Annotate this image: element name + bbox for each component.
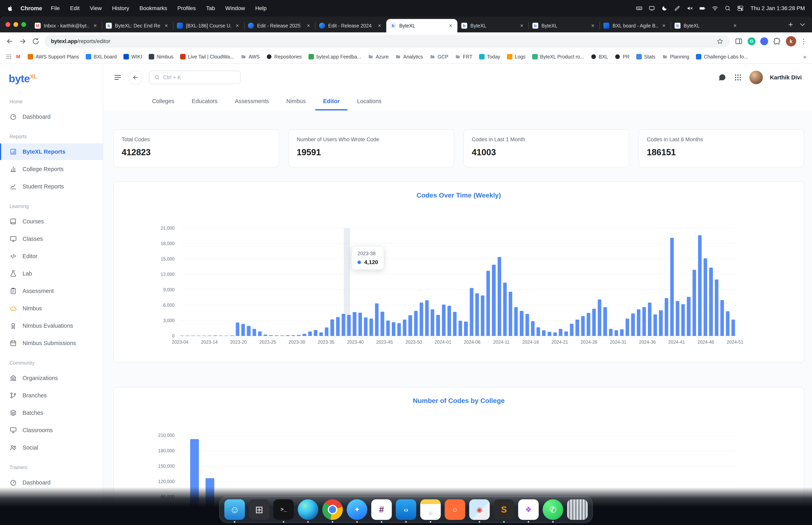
- menu-history[interactable]: History: [112, 5, 129, 12]
- finder-dock-icon[interactable]: ☺: [224, 499, 245, 520]
- tab-close-icon[interactable]: ×: [234, 22, 240, 29]
- bar[interactable]: [375, 303, 379, 336]
- bookmark-nimbus[interactable]: Nimbus: [149, 54, 173, 60]
- tab-close-icon[interactable]: ×: [164, 22, 169, 29]
- battery-icon[interactable]: [699, 5, 706, 12]
- bytexl-logo[interactable]: byteXL: [0, 68, 103, 91]
- bar[interactable]: [642, 307, 646, 336]
- bar[interactable]: [704, 258, 707, 336]
- sidebar-item-classrooms[interactable]: Classrooms: [0, 422, 103, 438]
- sidebar-item-branches[interactable]: Branches: [0, 387, 103, 404]
- bookmark-live-tail-cloudwa[interactable]: Live Tail | CloudWa...: [180, 54, 234, 60]
- apple-menu-icon[interactable]: [7, 4, 13, 12]
- bar[interactable]: [197, 335, 200, 336]
- zoom-window-button[interactable]: [21, 22, 26, 27]
- bar[interactable]: [537, 327, 540, 336]
- bar[interactable]: [631, 313, 635, 336]
- bar[interactable]: [603, 307, 607, 336]
- search-icon[interactable]: [724, 5, 731, 12]
- bar[interactable]: [414, 311, 418, 336]
- menu-tab[interactable]: Tab: [206, 5, 215, 12]
- bar[interactable]: [291, 335, 295, 336]
- bar[interactable]: [314, 330, 317, 336]
- bar[interactable]: [587, 313, 590, 336]
- bar[interactable]: [687, 297, 690, 336]
- whatsapp-dock-icon[interactable]: ✆: [543, 499, 563, 520]
- bar[interactable]: [720, 300, 724, 336]
- bookmarks-overflow-icon[interactable]: »: [803, 53, 807, 60]
- bar[interactable]: [364, 317, 367, 336]
- extension-icon[interactable]: [760, 38, 768, 45]
- tab-close-icon[interactable]: ×: [519, 22, 524, 29]
- bar[interactable]: [236, 322, 239, 336]
- bar[interactable]: [447, 306, 451, 336]
- bookmark-gmail[interactable]: M: [15, 54, 21, 59]
- bar[interactable]: [431, 309, 434, 336]
- bookmark-logs[interactable]: Logs: [507, 54, 525, 60]
- menu-bookmarks[interactable]: Bookmarks: [139, 5, 167, 12]
- bar[interactable]: [676, 301, 679, 336]
- tab-close-icon[interactable]: ×: [448, 22, 454, 29]
- global-search-input[interactable]: Ctrl + K: [149, 71, 241, 84]
- bar[interactable]: [509, 292, 512, 336]
- bar[interactable]: [698, 235, 702, 336]
- bar[interactable]: [598, 299, 601, 336]
- browser-tab[interactable]: bByteXL×: [671, 19, 742, 32]
- tab-close-icon[interactable]: ×: [732, 22, 738, 29]
- collapse-menu-icon[interactable]: [113, 73, 122, 82]
- bar[interactable]: [308, 331, 312, 336]
- control-center-icon[interactable]: [737, 5, 744, 12]
- bar[interactable]: [648, 303, 652, 336]
- bookmark-planning[interactable]: Planning: [662, 54, 689, 60]
- tab-close-icon[interactable]: ×: [306, 22, 311, 29]
- bar[interactable]: [369, 319, 373, 336]
- bookmark-challenge-labs-fo[interactable]: Challenge-Labs fo...: [696, 54, 748, 60]
- browser-tab[interactable]: BXL board - Agile B...×: [599, 19, 671, 32]
- bar[interactable]: [654, 314, 657, 336]
- bar[interactable]: [470, 288, 473, 336]
- bookmark-wiki[interactable]: WIKI: [123, 54, 142, 60]
- bar[interactable]: [709, 268, 713, 336]
- bar[interactable]: [208, 335, 212, 336]
- bar[interactable]: [497, 257, 501, 336]
- bar[interactable]: [542, 330, 546, 336]
- bar[interactable]: [331, 319, 334, 336]
- sidebar-item-lab[interactable]: Lab: [0, 265, 103, 282]
- bookmark-analytics[interactable]: Analytics: [395, 54, 423, 60]
- minimize-window-button[interactable]: [13, 22, 18, 27]
- bar[interactable]: [442, 304, 445, 336]
- bar[interactable]: [436, 315, 440, 336]
- bar[interactable]: [225, 335, 228, 336]
- back-icon[interactable]: [5, 37, 14, 45]
- bar[interactable]: [297, 335, 301, 336]
- sidebar-item-dashboard[interactable]: Dashboard: [0, 108, 103, 125]
- bar[interactable]: [353, 312, 356, 336]
- bar[interactable]: [347, 315, 351, 336]
- tab-colleges[interactable]: Colleges: [144, 94, 182, 110]
- bar[interactable]: [202, 335, 206, 336]
- bar[interactable]: [252, 329, 256, 336]
- bar[interactable]: [264, 334, 267, 336]
- bar[interactable]: [425, 300, 429, 336]
- browser-tab[interactable]: bByteXL×: [386, 19, 457, 32]
- bar[interactable]: [325, 328, 328, 336]
- bar[interactable]: [408, 315, 412, 336]
- support-chat-icon[interactable]: [718, 73, 726, 82]
- sidebar-item-organizations[interactable]: Organizations: [0, 370, 103, 386]
- sidebar-item-nimbus-evaluations[interactable]: Nimbus Evaluations: [0, 317, 103, 334]
- bar[interactable]: [275, 335, 278, 336]
- bar[interactable]: [191, 335, 195, 336]
- display-icon[interactable]: [648, 5, 655, 12]
- bar[interactable]: [336, 317, 340, 336]
- bar[interactable]: [581, 316, 585, 336]
- postman-dock-icon[interactable]: ○: [445, 499, 465, 520]
- bar[interactable]: [481, 296, 485, 336]
- menubar-app-name[interactable]: Chrome: [20, 5, 42, 12]
- bar[interactable]: [659, 310, 662, 336]
- bar[interactable]: [559, 329, 562, 336]
- menu-file[interactable]: File: [51, 5, 60, 12]
- bar[interactable]: [670, 238, 674, 336]
- browser-tab[interactable]: bByteXL: Dec End Re...×: [102, 19, 173, 32]
- sidebar-item-nimbus-submissions[interactable]: Nimbus Submissions: [0, 335, 103, 351]
- bookmark-frt[interactable]: FRT: [455, 54, 472, 60]
